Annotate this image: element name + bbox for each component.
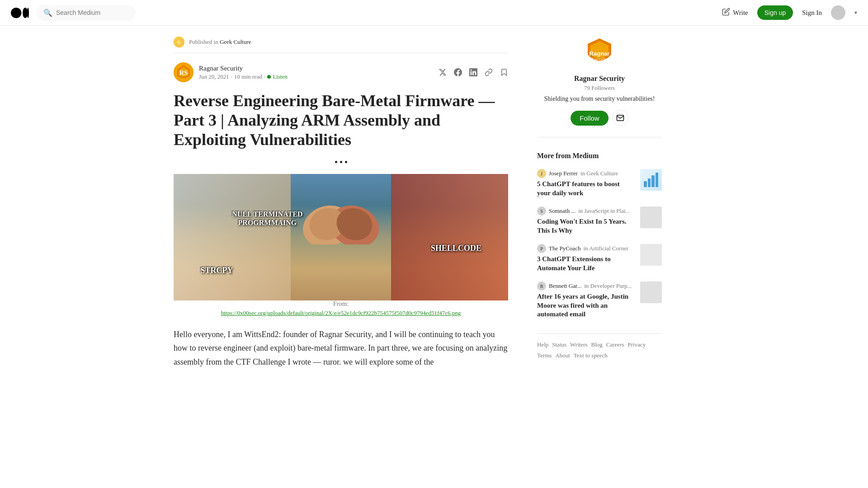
- signup-button[interactable]: Sign up: [757, 5, 793, 20]
- rec-author-row-1: J Josep Ferrer in Geek Culture: [537, 169, 635, 178]
- sidebar-author-name[interactable]: Ragnar Security: [537, 75, 662, 83]
- sidebar-followers: 79 Followers: [537, 84, 662, 92]
- rec-content-1: J Josep Ferrer in Geek Culture 5 ChatGPT…: [537, 169, 635, 197]
- search-input[interactable]: [56, 9, 128, 16]
- bookmark-button[interactable]: [500, 68, 508, 76]
- chevron-down-icon[interactable]: ▾: [854, 9, 857, 16]
- twitter-share-button[interactable]: [439, 68, 447, 76]
- footer-link-careers[interactable]: Careers: [606, 341, 624, 348]
- search-bar[interactable]: 🔍: [36, 5, 136, 21]
- header-left: 🔍: [11, 5, 722, 21]
- article-image-container: NULL TERMINATEDPROGRMMAING SHELLCODE STR…: [174, 174, 508, 317]
- image-caption: From:: [174, 300, 508, 308]
- main-container: G Published in Geek Culture RS: [163, 26, 705, 380]
- footer-link-tts[interactable]: Text to speech: [574, 352, 608, 359]
- sidebar-tagline: Shielding you from security vulnerabilit…: [537, 95, 662, 103]
- header: 🔍 Write Sign up Sign In ▾: [0, 0, 868, 26]
- divider-dot-1: [335, 161, 337, 163]
- sidebar-actions: Follow: [537, 110, 662, 126]
- published-in-bar: G Published in Geek Culture: [174, 37, 508, 53]
- meme-strcpy-text: STRCPY: [200, 266, 233, 275]
- publication-link[interactable]: Geek Culture: [220, 38, 251, 45]
- rec-avatar-2: S: [537, 206, 546, 216]
- author-info: RS Ragnar Security Jun 20, 2021 · 10 min…: [174, 62, 288, 82]
- rec-thumbnail-1: [640, 169, 662, 191]
- listen-button[interactable]: Listen: [267, 73, 288, 80]
- footer-link-terms[interactable]: Terms: [537, 352, 552, 359]
- svg-text:RS: RS: [179, 70, 188, 76]
- footer-link-about[interactable]: About: [555, 352, 570, 359]
- recommendation-item-4[interactable]: B Bennett Gar... in Developer Purp... Af…: [537, 282, 662, 319]
- link-copy-button[interactable]: [485, 68, 493, 76]
- search-icon: 🔍: [43, 9, 52, 17]
- user-avatar[interactable]: [831, 5, 845, 20]
- footer-link-writers[interactable]: Writers: [570, 341, 587, 348]
- action-icons: [439, 68, 508, 76]
- follow-button[interactable]: Follow: [571, 111, 608, 126]
- sidebar-author-logo: Ragnar Security: [583, 37, 616, 69]
- recommendation-item-2[interactable]: S Somnath ... in JavaScript in Plai... C…: [537, 206, 662, 235]
- svg-point-1: [23, 7, 28, 18]
- rec-thumbnail-4: [640, 282, 662, 303]
- footer-link-blog[interactable]: Blog: [591, 341, 603, 348]
- facebook-share-button[interactable]: [454, 68, 462, 76]
- footer-link-help[interactable]: Help: [537, 341, 548, 348]
- svg-text:Ragnar: Ragnar: [590, 50, 610, 57]
- sidebar: Ragnar Security Ragnar Security 79 Follo…: [508, 26, 662, 380]
- article-image: NULL TERMINATEDPROGRMMAING SHELLCODE STR…: [174, 174, 508, 300]
- rec-title-4: After 16 years at Google, Justin Moore w…: [537, 292, 635, 319]
- listen-label: Listen: [273, 73, 288, 80]
- divider-dot-2: [340, 161, 342, 163]
- author-name[interactable]: Ragnar Security: [199, 65, 288, 72]
- rec-avatar-1: J: [537, 169, 546, 178]
- svg-point-0: [11, 7, 21, 18]
- read-time: 10 min read: [234, 73, 262, 80]
- rec-pub-name-4: in Developer Purp...: [584, 282, 632, 290]
- rec-avatar-3: P: [537, 244, 546, 253]
- article-section: G Published in Geek Culture RS: [174, 26, 508, 380]
- write-label: Write: [733, 9, 748, 17]
- more-from-medium-title: More from Medium: [537, 152, 662, 160]
- signin-link[interactable]: Sign In: [802, 9, 822, 17]
- sidebar-author-section: Ragnar Security Ragnar Security 79 Follo…: [537, 37, 662, 137]
- sidebar-footer: Help Status Writers Blog Careers Privacy…: [537, 333, 662, 359]
- listen-dot: [267, 75, 271, 79]
- author-row: RS Ragnar Security Jun 20, 2021 · 10 min…: [174, 62, 508, 82]
- footer-links: Help Status Writers Blog Careers Privacy…: [537, 341, 662, 359]
- meme-null-text: NULL TERMINATEDPROGRMMAING: [232, 209, 302, 226]
- image-link[interactable]: https://0x00sec.org/uploads/default/orig…: [174, 310, 508, 317]
- rec-author-name-3: The PyCoach: [549, 245, 580, 252]
- footer-link-privacy[interactable]: Privacy: [628, 341, 646, 348]
- header-right: Write Sign up Sign In ▾: [722, 5, 857, 20]
- subscribe-button[interactable]: [612, 110, 628, 126]
- svg-text:Security: Security: [591, 57, 608, 62]
- published-in-text: Published in Geek Culture: [189, 38, 251, 46]
- author-meta: Jun 20, 2021 · 10 min read · Listen: [199, 73, 288, 80]
- recommendation-item[interactable]: J Josep Ferrer in Geek Culture 5 ChatGPT…: [537, 169, 662, 197]
- rec-avatar-4: B: [537, 282, 546, 291]
- article-body-text: Hello everyone, I am WittsEnd2: founder …: [174, 328, 508, 369]
- author-avatar[interactable]: RS: [174, 62, 193, 82]
- svg-text:G: G: [177, 40, 181, 45]
- rec-pub-name-3: in Artificial Corner: [583, 245, 628, 252]
- rec-author-row-2: S Somnath ... in JavaScript in Plai...: [537, 206, 635, 216]
- rec-title-2: Coding Won't Exist In 5 Years. This Is W…: [537, 217, 635, 235]
- rec-author-row-3: P The PyCoach in Artificial Corner: [537, 244, 635, 253]
- rec-thumbnail-3: [640, 244, 662, 266]
- article-body: Hello everyone, I am WittsEnd2: founder …: [174, 328, 508, 369]
- rec-content-3: P The PyCoach in Artificial Corner 3 Cha…: [537, 244, 635, 272]
- rec-pub-name-1: in Geek Culture: [580, 170, 618, 177]
- recommendation-item-3[interactable]: P The PyCoach in Artificial Corner 3 Cha…: [537, 244, 662, 272]
- article-title: Reverse Engineering Bare-Metal Firmware …: [174, 91, 508, 150]
- rec-author-name-2: Somnath ...: [549, 207, 576, 215]
- divider-dot-3: [345, 161, 347, 163]
- write-button[interactable]: Write: [722, 8, 748, 18]
- footer-link-status[interactable]: Status: [552, 341, 566, 348]
- more-from-medium: More from Medium J Josep Ferrer in Geek …: [537, 152, 662, 319]
- publication-avatar: G: [174, 37, 184, 47]
- medium-logo[interactable]: [11, 7, 29, 19]
- dots-divider: [174, 161, 508, 163]
- linkedin-share-button[interactable]: [469, 68, 477, 76]
- author-details: Ragnar Security Jun 20, 2021 · 10 min re…: [199, 65, 288, 80]
- rec-author-name-1: Josep Ferrer: [549, 170, 578, 177]
